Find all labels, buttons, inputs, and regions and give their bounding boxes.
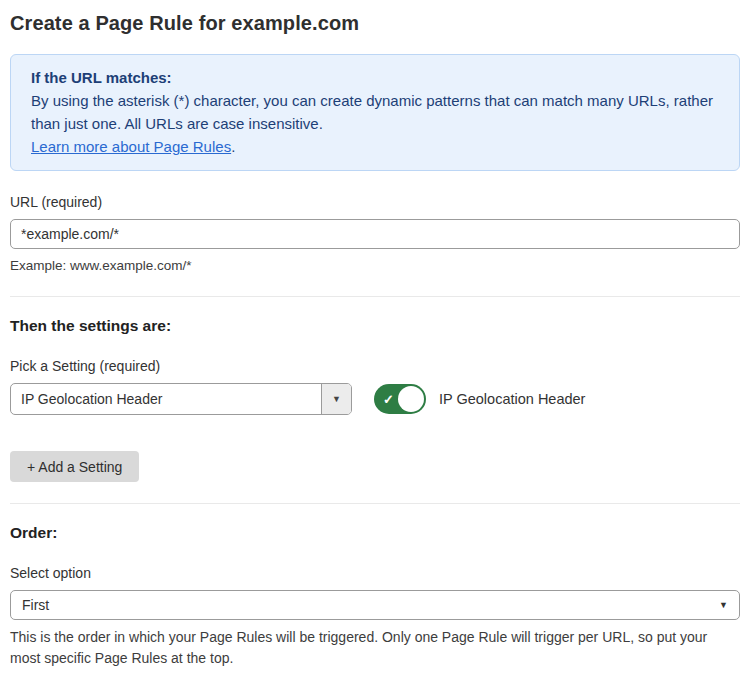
order-select[interactable]: First ▼ [10,590,740,620]
learn-more-link[interactable]: Learn more about Page Rules [31,138,231,155]
info-box-body: By using the asterisk (*) character, you… [31,89,719,135]
add-setting-button[interactable]: + Add a Setting [10,451,139,482]
settings-heading: Then the settings are: [10,317,740,335]
create-page-rule-form: Create a Page Rule for example.com If th… [0,0,750,687]
toggle-knob [398,386,424,412]
url-helper-text: Example: www.example.com/* [10,256,740,275]
setting-select-value: IP Geolocation Header [11,384,321,414]
toggle-label: IP Geolocation Header [439,391,585,407]
select-option-label: Select option [10,565,740,581]
chevron-down-icon[interactable]: ▼ [321,384,351,414]
url-match-info-box: If the URL matches: By using the asteris… [10,54,740,171]
link-suffix: . [231,138,235,155]
setting-select[interactable]: IP Geolocation Header ▼ [10,383,352,415]
setting-toggle[interactable]: ✓ [374,384,426,414]
chevron-down-icon: ▼ [719,600,728,610]
setting-row: IP Geolocation Header ▼ ✓ IP Geolocation… [10,383,740,415]
info-box-heading: If the URL matches: [31,66,719,89]
order-heading: Order: [10,524,740,542]
url-input[interactable] [10,219,740,249]
divider [10,503,740,504]
pick-setting-label: Pick a Setting (required) [10,358,740,374]
order-helper-text: This is the order in which your Page Rul… [10,627,726,669]
url-label: URL (required) [10,194,740,210]
page-title: Create a Page Rule for example.com [10,12,740,35]
info-box-link-line: Learn more about Page Rules. [31,135,719,158]
check-icon: ✓ [383,392,394,407]
order-select-value: First [22,597,49,613]
divider [10,296,740,297]
